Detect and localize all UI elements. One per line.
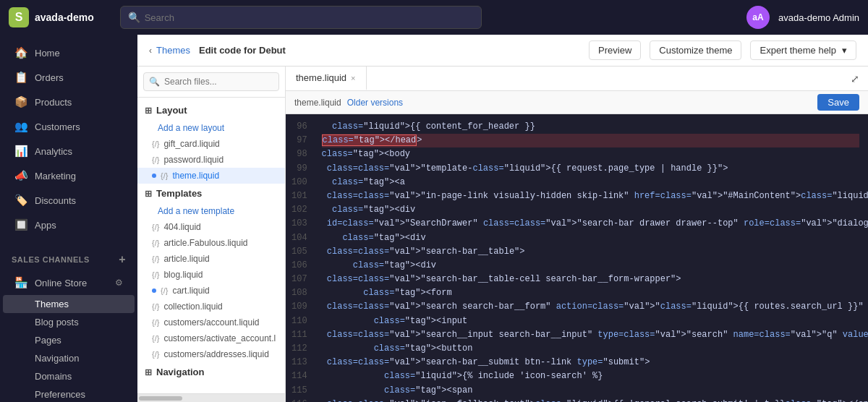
navigation-section-icon: ⊞ <box>145 367 152 377</box>
expert-theme-help-button[interactable]: Expert theme help ▾ <box>750 40 856 60</box>
sidebar-label-orders: Orders <box>35 72 64 83</box>
sidebar-item-apps[interactable]: 🔲 Apps <box>3 213 135 237</box>
file-list: ⊞ Layout Add a new layout {/} gift_card.… <box>137 98 285 393</box>
code-content[interactable]: class="liquid">{{ content_for_header }}c… <box>313 114 868 402</box>
online-store-icon: 🏪 <box>14 276 27 289</box>
analytics-icon: 📊 <box>14 145 27 158</box>
sales-channels-header: SALES CHANNELS + <box>0 249 137 270</box>
add-new-template-link[interactable]: Add a new template <box>137 203 285 219</box>
tab-filename: theme.liquid <box>296 72 346 83</box>
customize-theme-button[interactable]: Customize theme <box>650 40 741 60</box>
customers-icon: 👥 <box>14 120 27 133</box>
apps-icon: 🔲 <box>14 218 27 231</box>
sidebar-item-orders[interactable]: 📋 Orders <box>3 65 135 90</box>
file-item-customers-addresses[interactable]: {/} customers/addresses.liquid <box>137 346 285 362</box>
sidebar-item-navigation[interactable]: Navigation <box>3 349 135 367</box>
line-numbers: 9697989910010110210310410510610710810911… <box>286 114 313 402</box>
top-actions: Preview Customize theme Expert theme hel… <box>589 40 856 60</box>
templates-section-header[interactable]: ⊞ Templates <box>137 184 285 203</box>
file-item-404[interactable]: {/} 404.liquid <box>137 219 285 235</box>
sidebar-item-customers[interactable]: 👥 Customers <box>3 114 135 139</box>
global-search-bar[interactable]: 🔍 <box>120 6 482 29</box>
sidebar-item-themes[interactable]: Themes <box>3 295 135 313</box>
file-item-gift-card[interactable]: {/} gift_card.liquid <box>137 136 285 152</box>
configure-icon[interactable]: ⚙ <box>115 278 123 288</box>
sidebar-label-blog-posts: Blog posts <box>35 317 79 328</box>
main-layout: 🏠 Home 📋 Orders 📦 Products 👥 Customers 📊… <box>0 35 868 402</box>
editor-current-file: theme.liquid <box>294 98 341 108</box>
user-name: avada-demo Admin <box>778 12 859 23</box>
templates-section-label: Templates <box>156 188 202 199</box>
search-input[interactable] <box>145 12 474 23</box>
breadcrumb-current: Edit code for Debut <box>199 45 286 56</box>
file-item-cart[interactable]: {/} cart.liquid <box>137 283 285 299</box>
sidebar-label-home: Home <box>35 48 60 59</box>
layout-section-header[interactable]: ⊞ Layout <box>137 100 285 120</box>
add-new-layout-link[interactable]: Add a new layout <box>137 120 285 136</box>
sidebar-label-preferences: Preferences <box>35 389 85 400</box>
store-logo[interactable]: S avada-demo <box>9 7 94 27</box>
sidebar-item-pages[interactable]: Pages <box>3 331 135 349</box>
store-name: avada-demo <box>35 12 94 23</box>
user-avatar[interactable]: aA <box>746 6 770 29</box>
sidebar-label-pages: Pages <box>35 335 61 346</box>
close-tab-icon[interactable]: × <box>351 74 355 82</box>
file-item-blog[interactable]: {/} blog.liquid <box>137 267 285 283</box>
preview-button[interactable]: Preview <box>589 40 641 60</box>
discounts-icon: 🏷️ <box>14 194 27 207</box>
sidebar-label-discounts: Discounts <box>35 195 76 206</box>
sidebar-label-themes: Themes <box>35 299 69 309</box>
file-item-theme[interactable]: {/} theme.liquid <box>137 168 285 184</box>
file-search-section: 🔍 <box>137 67 285 98</box>
sidebar-item-preferences[interactable]: Preferences <box>3 385 135 402</box>
file-search-wrap: 🔍 <box>143 72 279 91</box>
file-item-customers-activate[interactable]: {/} customers/activate_account.l <box>137 330 285 346</box>
file-search-icon: 🔍 <box>149 77 160 87</box>
editor-tab-theme-liquid[interactable]: theme.liquid × <box>286 67 367 90</box>
sidebar-item-discounts[interactable]: 🏷️ Discounts <box>3 188 135 213</box>
navigation-section-header[interactable]: ⊞ Navigation <box>137 362 285 382</box>
sidebar-label-navigation: Navigation <box>35 353 79 364</box>
sidebar-item-analytics[interactable]: 📊 Analytics <box>3 139 135 163</box>
save-button[interactable]: Save <box>817 94 859 111</box>
file-browser-panel: 🔍 ⊞ Layout Add a new layout {/} gift_car… <box>137 67 286 402</box>
sidebar-item-home[interactable]: 🏠 Home <box>3 40 135 65</box>
sidebar-label-domains: Domains <box>35 371 72 382</box>
orders-icon: 📋 <box>14 71 27 84</box>
shopify-logo-icon: S <box>9 7 29 27</box>
code-editor-panel: theme.liquid × ⤢ theme.liquid Older vers… <box>286 67 868 402</box>
navigation-section-label: Navigation <box>156 367 204 377</box>
sidebar-label-customers: Customers <box>35 121 80 132</box>
expand-editor-button[interactable]: ⤢ <box>842 67 868 90</box>
sidebar-item-online-store[interactable]: 🏪 Online Store ⚙ <box>3 270 135 295</box>
file-search-input[interactable] <box>143 72 279 91</box>
breadcrumb-back-link[interactable]: Themes <box>156 45 190 56</box>
file-item-collection[interactable]: {/} collection.liquid <box>137 299 285 315</box>
sidebar-item-products[interactable]: 📦 Products <box>3 90 135 114</box>
breadcrumb: ‹ Themes Edit code for Debut <box>149 45 286 56</box>
file-item-customers-account[interactable]: {/} customers/account.liquid <box>137 315 285 330</box>
home-icon: 🏠 <box>14 46 27 59</box>
sidebar-label-marketing: Marketing <box>35 171 76 181</box>
sidebar-item-domains[interactable]: Domains <box>3 367 135 385</box>
editor-header: theme.liquid × ⤢ <box>286 67 868 91</box>
sidebar-label-online-store: Online Store <box>35 278 87 288</box>
scroll-thumb[interactable] <box>139 396 182 401</box>
file-item-article[interactable]: {/} article.liquid <box>137 251 285 267</box>
middle-scroll[interactable] <box>137 393 285 402</box>
file-item-password[interactable]: {/} password.liquid <box>137 152 285 168</box>
chevron-left-icon: ‹ <box>149 46 152 56</box>
sidebar-item-marketing[interactable]: 📣 Marketing <box>3 163 135 188</box>
cart-active-dot-icon <box>152 288 156 293</box>
left-sidebar: 🏠 Home 📋 Orders 📦 Products 👥 Customers 📊… <box>0 35 137 402</box>
add-sales-channel-button[interactable]: + <box>119 253 126 266</box>
active-dot-icon <box>152 174 156 178</box>
nav-right-section: aA avada-demo Admin <box>746 6 859 29</box>
templates-section-icon: ⊞ <box>145 189 152 199</box>
sidebar-item-blog-posts[interactable]: Blog posts <box>3 313 135 331</box>
sidebar-label-apps: Apps <box>35 220 56 231</box>
marketing-icon: 📣 <box>14 169 27 182</box>
code-area[interactable]: 9697989910010110210310410510610710810911… <box>286 114 868 402</box>
older-versions-link[interactable]: Older versions <box>347 98 403 108</box>
file-item-article-fabulous[interactable]: {/} article.Fabulous.liquid <box>137 235 285 251</box>
